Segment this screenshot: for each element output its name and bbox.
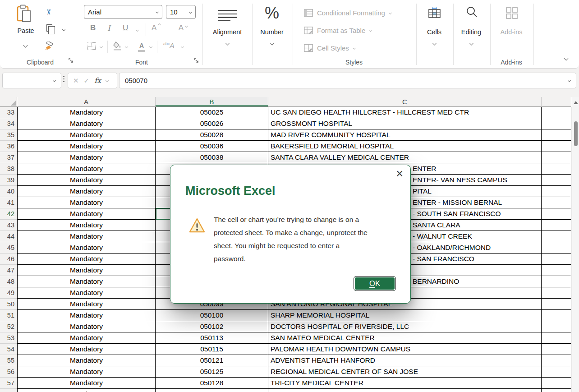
row-header[interactable]: 45: [0, 242, 17, 254]
cell-c[interactable]: GROSSMONT HOSPITAL: [268, 118, 542, 129]
font-color-icon[interactable]: A: [138, 42, 145, 52]
number-group[interactable]: % Number: [252, 0, 292, 69]
strikethrough-icon[interactable]: abcA: [163, 42, 175, 50]
cell-c[interactable]: TRI-CITY MEDICAL CENTER: [268, 378, 542, 389]
cell-d[interactable]: [542, 197, 571, 208]
cell-a[interactable]: Mandatory: [17, 378, 156, 389]
cell-a[interactable]: Mandatory: [17, 175, 156, 186]
chevron-down-icon[interactable]: [270, 41, 275, 46]
name-box[interactable]: [2, 73, 61, 88]
fill-color-dropdown-icon[interactable]: [125, 45, 128, 48]
cell-b[interactable]: 050028: [156, 129, 268, 141]
cell-a[interactable]: Mandatory: [17, 220, 156, 231]
row-header[interactable]: 49: [0, 287, 17, 299]
row-header[interactable]: 41: [0, 197, 17, 208]
cell-d[interactable]: [542, 118, 571, 129]
cell-b[interactable]: 050025: [156, 107, 268, 118]
cell-d[interactable]: [542, 107, 571, 118]
row-header[interactable]: 36: [0, 141, 17, 152]
row-header[interactable]: 33: [0, 107, 17, 118]
copy-dropdown-icon[interactable]: [62, 28, 65, 31]
cell-b[interactable]: 050036: [156, 141, 268, 152]
row-header[interactable]: 53: [0, 332, 17, 344]
font-dialog-launcher-icon[interactable]: [194, 58, 199, 64]
cell-a[interactable]: Mandatory: [17, 231, 156, 242]
cell-d[interactable]: [542, 366, 571, 378]
cell-a[interactable]: Mandatory: [17, 310, 156, 321]
row-header[interactable]: 51: [0, 310, 17, 321]
chevron-down-icon[interactable]: [432, 41, 437, 46]
chevron-down-icon[interactable]: [106, 79, 109, 82]
borders-dropdown-icon[interactable]: [100, 45, 103, 48]
column-header-c[interactable]: C: [268, 97, 542, 107]
editing-group[interactable]: Editing: [453, 0, 490, 69]
cell-a[interactable]: Mandatory: [17, 107, 156, 118]
insert-function-icon[interactable]: fx: [94, 76, 101, 85]
cell-d[interactable]: [542, 242, 571, 254]
row-header[interactable]: 52: [0, 321, 17, 332]
cell-a[interactable]: Mandatory: [17, 299, 156, 310]
format-as-table-button[interactable]: Format as Table: [304, 24, 372, 36]
cell-b[interactable]: 050113: [156, 332, 268, 344]
row-header[interactable]: 43: [0, 220, 17, 231]
cell-a[interactable]: Mandatory: [17, 321, 156, 332]
cell-d[interactable]: [542, 310, 571, 321]
cell-d[interactable]: [542, 265, 571, 276]
cell-c[interactable]: MAD RIVER COMMUNITY HOSPITAL: [268, 129, 542, 141]
cells-group[interactable]: Cells: [416, 0, 453, 69]
cell-c[interactable]: DOCTORS HOSPITAL OF RIVERSIDE, LLC: [268, 321, 542, 332]
cell-a[interactable]: Mandatory: [17, 242, 156, 254]
cell-d[interactable]: [542, 344, 571, 355]
chevron-down-icon[interactable]: [225, 41, 230, 46]
cell-b[interactable]: 050130: [156, 389, 268, 392]
row-header[interactable]: 56: [0, 366, 17, 378]
copy-icon[interactable]: [46, 24, 52, 32]
cell-c[interactable]: ST BERNARDINE MEDICAL CENTER: [268, 389, 542, 392]
cell-a[interactable]: Mandatory: [17, 389, 156, 392]
strikethrough-dropdown-icon[interactable]: [181, 45, 184, 48]
row-header[interactable]: 35: [0, 129, 17, 141]
column-header-b[interactable]: B: [156, 97, 268, 107]
close-icon[interactable]: ×: [396, 168, 403, 180]
cell-d[interactable]: [542, 321, 571, 332]
scroll-up-icon[interactable]: [574, 101, 578, 104]
cell-d[interactable]: [542, 287, 571, 299]
alignment-button[interactable]: Alignment: [203, 28, 252, 36]
cell-b[interactable]: 050102: [156, 321, 268, 332]
cell-d[interactable]: [542, 141, 571, 152]
row-header[interactable]: 40: [0, 186, 17, 197]
cell-a[interactable]: Mandatory: [17, 141, 156, 152]
cell-b[interactable]: 050128: [156, 378, 268, 389]
borders-icon[interactable]: [87, 42, 96, 50]
cell-d[interactable]: [542, 186, 571, 197]
alignment-group[interactable]: Alignment: [203, 0, 252, 69]
expand-formula-bar-icon[interactable]: [568, 79, 571, 82]
font-color-dropdown-icon[interactable]: [149, 45, 152, 48]
row-header[interactable]: 39: [0, 175, 17, 186]
bold-button[interactable]: B: [90, 23, 96, 32]
cell-c[interactable]: ADVENTIST HEALTH HANFORD: [268, 355, 542, 366]
cell-c[interactable]: SANTA CLARA VALLEY MEDICAL CENTER: [268, 152, 542, 163]
underline-button[interactable]: U: [123, 23, 128, 32]
cell-d[interactable]: [542, 389, 571, 392]
cell-c[interactable]: UC SAN DIEGO HEALTH HILLCREST - HILLCRES…: [268, 107, 542, 118]
font-size-select[interactable]: 10: [166, 5, 196, 19]
row-header[interactable]: 44: [0, 231, 17, 242]
number-button[interactable]: Number: [252, 28, 292, 36]
enter-icon[interactable]: ✓: [84, 77, 90, 84]
column-header-d[interactable]: [542, 97, 571, 107]
cell-a[interactable]: Mandatory: [17, 163, 156, 175]
cell-d[interactable]: [542, 276, 571, 287]
cell-d[interactable]: [542, 208, 571, 220]
cell-d[interactable]: [542, 231, 571, 242]
cell-c[interactable]: PALOMAR HEALTH DOWNTOWN CAMPUS: [268, 344, 542, 355]
cell-c[interactable]: REGIONAL MEDICAL CENTER OF SAN JOSE: [268, 366, 542, 378]
row-header[interactable]: 38: [0, 163, 17, 175]
decrease-font-size-button[interactable]: A: [179, 23, 184, 32]
cell-a[interactable]: Mandatory: [17, 366, 156, 378]
cell-b[interactable]: 050125: [156, 366, 268, 378]
cell-d[interactable]: [542, 254, 571, 265]
cell-c[interactable]: BAKERSFIELD MEMORIAL HOSPITAL: [268, 141, 542, 152]
italic-button[interactable]: I: [107, 23, 110, 32]
chevron-down-icon[interactable]: [469, 41, 474, 46]
